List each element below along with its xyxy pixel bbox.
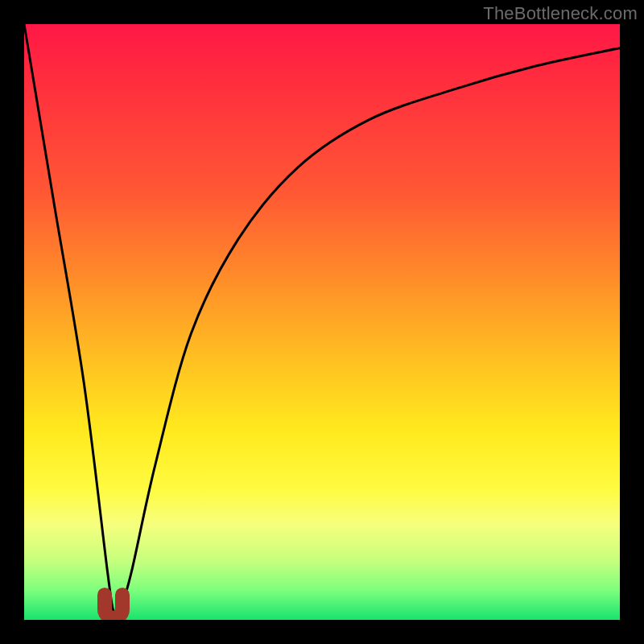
curve-layer — [24, 24, 620, 620]
plot-area — [24, 24, 620, 620]
bottleneck-curve-path — [24, 24, 620, 616]
chart-frame: TheBottleneck.com — [0, 0, 644, 644]
watermark-text: TheBottleneck.com — [483, 3, 638, 24]
